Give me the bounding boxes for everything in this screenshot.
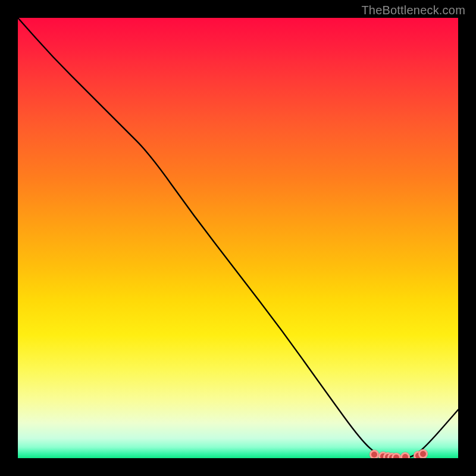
plot-area [18, 18, 458, 458]
attribution-text: TheBottleneck.com [361, 4, 465, 17]
curve-path [18, 18, 458, 458]
optimal-marker [418, 449, 428, 458]
optimal-marker [369, 450, 379, 458]
bottleneck-curve [18, 18, 458, 458]
chart-stage: TheBottleneck.com [0, 0, 476, 476]
